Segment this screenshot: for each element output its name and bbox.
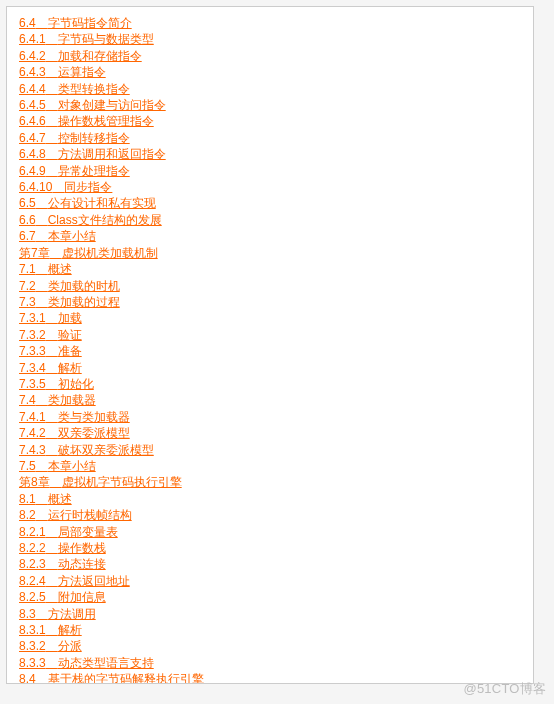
toc-link[interactable]: 8.4 基于栈的字节码解释执行引擎 [19, 672, 204, 684]
toc-link[interactable]: 8.2.3 动态连接 [19, 557, 106, 571]
toc-number: 6.4.1 [19, 32, 46, 46]
toc-link[interactable]: 7.4 类加载器 [19, 393, 96, 407]
toc-number: 8.3.3 [19, 656, 46, 670]
toc-link[interactable]: 6.4.8 方法调用和返回指令 [19, 147, 166, 161]
toc-line: 8.1 概述 [19, 491, 521, 507]
toc-line: 6.4.5 对象创建与访问指令 [19, 97, 521, 113]
toc-line: 6.7 本章小结 [19, 228, 521, 244]
toc-link[interactable]: 8.3 方法调用 [19, 607, 96, 621]
toc-link[interactable]: 8.2.1 局部变量表 [19, 525, 118, 539]
toc-title: 本章小结 [48, 229, 96, 243]
toc-link[interactable]: 7.4.3 破坏双亲委派模型 [19, 443, 154, 457]
toc-line: 8.2 运行时栈帧结构 [19, 507, 521, 523]
toc-link[interactable]: 6.4.1 字节码与数据类型 [19, 32, 154, 46]
toc-link[interactable]: 7.3.2 验证 [19, 328, 82, 342]
toc-line: 7.3.3 准备 [19, 343, 521, 359]
toc-line: 8.4 基于栈的字节码解释执行引擎 [19, 671, 521, 684]
toc-link[interactable]: 6.7 本章小结 [19, 229, 96, 243]
toc-line: 7.3.1 加载 [19, 310, 521, 326]
toc-title: 加载 [58, 311, 82, 325]
toc-number: 6.5 [19, 196, 36, 210]
toc-link[interactable]: 8.2.4 方法返回地址 [19, 574, 130, 588]
toc-link[interactable]: 7.4.1 类与类加载器 [19, 410, 130, 424]
toc-title: Class文件结构的发展 [48, 213, 162, 227]
toc-line: 7.3 类加载的过程 [19, 294, 521, 310]
toc-link[interactable]: 6.4.9 异常处理指令 [19, 164, 130, 178]
toc-link[interactable]: 6.4.4 类型转换指令 [19, 82, 130, 96]
toc-link[interactable]: 7.3 类加载的过程 [19, 295, 120, 309]
toc-link[interactable]: 8.3.2 分派 [19, 639, 82, 653]
toc-link[interactable]: 6.4.2 加载和存储指令 [19, 49, 142, 63]
toc-line: 6.4.4 类型转换指令 [19, 81, 521, 97]
toc-title: 类加载的过程 [48, 295, 120, 309]
toc-link[interactable]: 7.2 类加载的时机 [19, 279, 120, 293]
toc-link[interactable]: 6.6 Class文件结构的发展 [19, 213, 162, 227]
toc-number: 第8章 [19, 475, 50, 489]
toc-line: 8.2.3 动态连接 [19, 556, 521, 572]
toc-link[interactable]: 6.5 公有设计和私有实现 [19, 196, 156, 210]
toc-title: 基于栈的字节码解释执行引擎 [48, 672, 204, 684]
toc-link[interactable]: 7.3.4 解析 [19, 361, 82, 375]
toc-number: 7.3.2 [19, 328, 46, 342]
toc-title: 方法返回地址 [58, 574, 130, 588]
toc-link[interactable]: 第7章 虚拟机类加载机制 [19, 246, 158, 260]
toc-link[interactable]: 7.3.1 加载 [19, 311, 82, 325]
toc-title: 验证 [58, 328, 82, 342]
toc-number: 6.4 [19, 16, 36, 30]
toc-number: 7.4.1 [19, 410, 46, 424]
toc-line: 8.2.1 局部变量表 [19, 524, 521, 540]
toc-line: 6.4.3 运算指令 [19, 64, 521, 80]
toc-number: 7.4.3 [19, 443, 46, 457]
toc-number: 8.2.4 [19, 574, 46, 588]
toc-link[interactable]: 7.3.3 准备 [19, 344, 82, 358]
toc-line: 6.4.9 异常处理指令 [19, 163, 521, 179]
toc-link[interactable]: 8.2.5 附加信息 [19, 590, 106, 604]
toc-line: 7.3.4 解析 [19, 360, 521, 376]
toc-number: 8.2.5 [19, 590, 46, 604]
toc-number: 6.4.3 [19, 65, 46, 79]
toc-number: 8.2.1 [19, 525, 46, 539]
toc-number: 6.7 [19, 229, 36, 243]
toc-title: 附加信息 [58, 590, 106, 604]
toc-title: 操作数栈管理指令 [58, 114, 154, 128]
toc-number: 6.4.2 [19, 49, 46, 63]
toc-line: 8.2.4 方法返回地址 [19, 573, 521, 589]
toc-line: 6.4.6 操作数栈管理指令 [19, 113, 521, 129]
toc-number: 6.4.10 [19, 180, 52, 194]
toc-link[interactable]: 6.4.10 同步指令 [19, 180, 112, 194]
toc-line: 7.4 类加载器 [19, 392, 521, 408]
toc-link[interactable]: 6.4.7 控制转移指令 [19, 131, 130, 145]
toc-number: 6.6 [19, 213, 36, 227]
toc-number: 8.4 [19, 672, 36, 684]
toc-link[interactable]: 7.5 本章小结 [19, 459, 96, 473]
toc-line: 第8章 虚拟机字节码执行引擎 [19, 474, 521, 490]
toc-link[interactable]: 8.3.1 解析 [19, 623, 82, 637]
toc-link[interactable]: 8.2 运行时栈帧结构 [19, 508, 132, 522]
toc-link[interactable]: 6.4.3 运算指令 [19, 65, 106, 79]
toc-title: 方法调用 [48, 607, 96, 621]
toc-title: 运行时栈帧结构 [48, 508, 132, 522]
toc-link[interactable]: 6.4.6 操作数栈管理指令 [19, 114, 154, 128]
toc-link[interactable]: 7.4.2 双亲委派模型 [19, 426, 130, 440]
toc-line: 第7章 虚拟机类加载机制 [19, 245, 521, 261]
toc-link[interactable]: 8.3.3 动态类型语言支持 [19, 656, 154, 670]
toc-link[interactable]: 7.3.5 初始化 [19, 377, 94, 391]
toc-line: 8.2.5 附加信息 [19, 589, 521, 605]
toc-link[interactable]: 8.2.2 操作数栈 [19, 541, 106, 555]
toc-link[interactable]: 7.1 概述 [19, 262, 72, 276]
toc-number: 7.3.1 [19, 311, 46, 325]
toc-title: 运算指令 [58, 65, 106, 79]
toc-link[interactable]: 第8章 虚拟机字节码执行引擎 [19, 475, 182, 489]
toc-number: 6.4.8 [19, 147, 46, 161]
toc-link[interactable]: 6.4.5 对象创建与访问指令 [19, 98, 166, 112]
toc-title: 双亲委派模型 [58, 426, 130, 440]
table-of-contents: 6.4 字节码指令简介6.4.1 字节码与数据类型6.4.2 加载和存储指令6.… [19, 15, 521, 684]
toc-line: 8.3.3 动态类型语言支持 [19, 655, 521, 671]
toc-link[interactable]: 6.4 字节码指令简介 [19, 16, 132, 30]
toc-title: 类与类加载器 [58, 410, 130, 424]
toc-link[interactable]: 8.1 概述 [19, 492, 72, 506]
toc-title: 虚拟机类加载机制 [62, 246, 158, 260]
toc-line: 8.3.1 解析 [19, 622, 521, 638]
toc-line: 8.2.2 操作数栈 [19, 540, 521, 556]
toc-title: 类加载器 [48, 393, 96, 407]
